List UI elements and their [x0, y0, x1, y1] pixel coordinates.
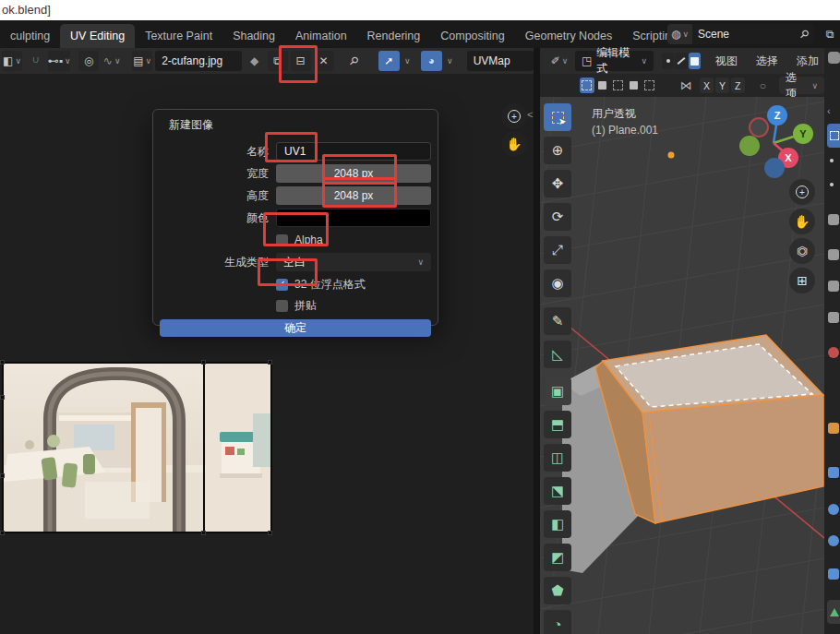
tab-sculpting[interactable]: culpting [0, 24, 60, 48]
face-select-button[interactable] [689, 53, 701, 69]
proportional-editing-button[interactable]: ◎ [78, 51, 99, 71]
add-cube-tool[interactable]: ▣ [544, 377, 571, 405]
annotate-tool[interactable]: ✎ [544, 307, 571, 335]
select-subtract-icon [613, 80, 623, 90]
poly-build-icon: ⬟ [551, 582, 563, 599]
bevel-tool[interactable]: ⬔ [544, 477, 571, 505]
image-browse-dropdown[interactable]: ▤∨ [132, 51, 152, 71]
mode-selector[interactable]: ◳编辑模式 ∨ [575, 51, 654, 71]
tab-uv-editing[interactable]: UV Editing [60, 24, 135, 48]
tool-settings-dropdown[interactable]: ✐∨ [549, 51, 570, 71]
rotate-tool[interactable]: ⟳ [544, 203, 571, 231]
options-dropdown[interactable]: 选项 ∨ [779, 77, 824, 94]
chevron-down-icon[interactable]: ∨ [404, 56, 411, 66]
select-extend-button[interactable] [595, 78, 610, 93]
uv-handle[interactable] [268, 531, 272, 535]
tab-view-layer[interactable] [828, 281, 839, 292]
viewport-3d[interactable]: Z Y X 用户透视 (1) Plane.001 ➤ ⊕ ✥ ⟳ ⤢ ◉ ✎ ◺… [540, 97, 824, 634]
properties-header-icon[interactable] [828, 52, 840, 64]
measure-tool[interactable]: ◺ [544, 341, 571, 368]
new-scene-button[interactable]: ⧉ [820, 24, 840, 44]
tab-physics[interactable] [828, 535, 839, 546]
gizmo-z-negative[interactable] [764, 158, 785, 178]
ok-button[interactable]: 确定 [160, 319, 431, 337]
tab-rendering[interactable]: Rendering [357, 24, 431, 48]
fake-user-button[interactable]: ◆ [245, 51, 265, 71]
mirror-x-button[interactable]: X [700, 78, 714, 93]
chevron-down-icon: ∨ [811, 81, 818, 90]
camera-view-button[interactable]: ⏣ [789, 238, 815, 264]
snap-toggle-button[interactable]: ∩ [25, 51, 45, 71]
collapse-sidebar-arrow[interactable]: < [527, 109, 533, 120]
vertex-select-button[interactable] [662, 53, 674, 69]
tab-world[interactable] [828, 347, 839, 358]
perspective-toggle-button[interactable]: ⊞ [789, 268, 815, 293]
uv-handle[interactable] [201, 360, 206, 365]
poly-build-tool[interactable]: ⬟ [544, 577, 571, 604]
edge-select-button[interactable] [675, 53, 687, 69]
pan-button[interactable]: ✋ [501, 131, 527, 157]
viewport-tool-settings: ⋈ X Y Z ○ 选项 ∨ [540, 74, 824, 97]
scene-name-field[interactable]: Scene ⚲ [692, 24, 814, 44]
scale-tool[interactable]: ⤢ [544, 236, 571, 264]
cursor-tool[interactable]: ⊕ [544, 137, 571, 164]
collapse-arrow[interactable]: ‹ [827, 105, 831, 116]
gizmo-x-negative[interactable] [750, 118, 768, 137]
viewport-pan-button[interactable]: ✋ [789, 209, 815, 234]
scene-browse-button[interactable]: ◍ ∨ [667, 24, 692, 44]
select-subtract-button[interactable] [611, 78, 626, 93]
uv-handle[interactable] [0, 395, 5, 400]
gizmo-y-negative[interactable] [739, 136, 760, 156]
menu-view[interactable]: 视图 [710, 54, 743, 69]
extrude-tool[interactable]: ⬒ [544, 411, 571, 438]
tab-texture-paint[interactable]: Texture Paint [135, 24, 222, 48]
falloff-dropdown[interactable]: ∿∨ [102, 51, 122, 71]
uv-handle[interactable] [0, 473, 5, 478]
pin-button[interactable]: ⚲ [344, 51, 365, 71]
inset-faces-tool[interactable]: ◫ [544, 444, 571, 472]
display-channels-button[interactable]: ◕ [421, 51, 442, 71]
mirror-y-button[interactable]: Y [715, 78, 729, 93]
snap-target-dropdown[interactable]: ⊷▪∨ [48, 51, 70, 71]
uvmap-field[interactable]: UVMap [467, 51, 534, 71]
menu-add[interactable]: 添加 [791, 54, 824, 69]
select-new-button[interactable] [580, 78, 594, 93]
tab-output[interactable] [828, 249, 839, 260]
tab-object-data[interactable] [827, 600, 840, 624]
select-intersect-button[interactable] [642, 78, 656, 93]
tab-active-tool[interactable] [827, 124, 840, 148]
tab-compositing[interactable]: Compositing [430, 24, 514, 48]
editor-divider[interactable] [534, 48, 540, 634]
tiled-checkbox[interactable] [276, 300, 288, 312]
transform-tool[interactable]: ◉ [544, 269, 571, 297]
uv-border-right [270, 362, 272, 533]
tab-scene[interactable] [828, 312, 839, 323]
loop-cut-tool[interactable]: ◧ [544, 510, 571, 538]
window-titlebar: ok.blend] [0, 0, 840, 20]
tab-particles[interactable] [828, 504, 839, 515]
chevron-down-icon[interactable]: ∨ [447, 56, 453, 66]
uv-handle[interactable] [201, 531, 206, 535]
tab-modifiers[interactable] [828, 467, 839, 478]
uv-handle[interactable] [268, 360, 272, 365]
tab-shading[interactable]: Shading [222, 24, 285, 48]
knife-tool[interactable]: ◩ [544, 544, 571, 571]
select-box-tool[interactable]: ➤ [544, 103, 571, 131]
uv-handle[interactable] [0, 360, 5, 365]
zoom-button[interactable]: + [501, 103, 527, 129]
spin-tool[interactable]: ◔ [544, 610, 571, 634]
uv-handle[interactable] [0, 531, 5, 535]
proportional-circle-icon[interactable]: ○ [760, 80, 766, 91]
image-name-field[interactable]: 2-cufang.jpg [155, 51, 241, 71]
mirror-z-button[interactable]: Z [731, 78, 745, 93]
tab-object[interactable] [828, 423, 839, 434]
pin-icon: ⚲ [347, 54, 361, 68]
editor-type-dropdown[interactable]: ◧∨ [2, 51, 22, 71]
move-tool[interactable]: ✥ [544, 170, 571, 197]
gizmo-toggle-button[interactable]: ➚ [378, 51, 400, 71]
tab-render[interactable] [828, 214, 839, 225]
select-invert-button[interactable] [626, 78, 641, 93]
tab-constraints[interactable] [828, 568, 839, 580]
menu-select[interactable]: 选择 [750, 54, 784, 69]
viewport-zoom-button[interactable]: + [789, 179, 815, 205]
